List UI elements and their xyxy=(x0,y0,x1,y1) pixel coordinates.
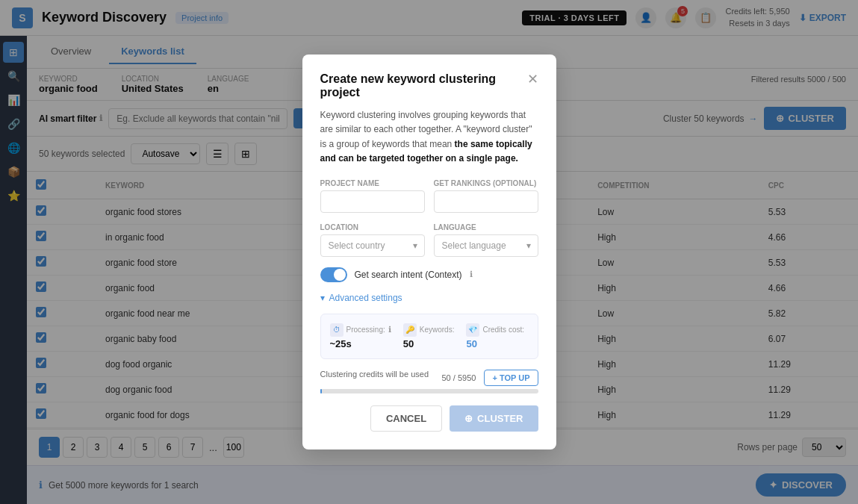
credits-cost-value: 50 xyxy=(466,338,524,349)
credits-bar-track xyxy=(320,389,538,393)
credits-bar-values: 50 / 5950 + TOP UP xyxy=(441,370,538,386)
stat-processing: ⏱ Processing: ℹ ~25s xyxy=(330,323,391,349)
cluster-modal-label: CLUSTER xyxy=(477,413,523,424)
chevron-down-icon: ▾ xyxy=(320,293,325,303)
processing-label: Processing: xyxy=(346,326,385,334)
credits-bar-fill xyxy=(320,389,323,393)
language-select-wrapper: Select language xyxy=(434,234,538,257)
processing-value: ~25s xyxy=(330,338,391,349)
project-name-input[interactable] xyxy=(320,190,425,213)
keywords-label: Keywords: xyxy=(420,326,455,334)
stat-keywords: 🔑 Keywords: 50 xyxy=(403,323,455,349)
advanced-settings-label: Advanced settings xyxy=(329,293,402,303)
credits-used: 50 xyxy=(441,373,450,382)
location-select[interactable]: Select country xyxy=(320,234,425,257)
search-intent-toggle-row: Get search intent (Context) ℹ xyxy=(320,267,538,282)
cluster-modal-button[interactable]: ⊕ CLUSTER xyxy=(450,405,538,432)
credits-bar-label-row: Clustering credits will be used 50 / 595… xyxy=(320,370,538,386)
keywords-icon: 🔑 xyxy=(403,323,417,337)
project-name-group: PROJECT NAME xyxy=(320,179,425,213)
language-group: LANGUAGE Select language xyxy=(434,223,538,257)
get-rankings-label: GET RANKINGS (OPTIONAL) xyxy=(434,179,538,187)
credits-bar-row: Clustering credits will be used 50 / 595… xyxy=(320,370,538,393)
credits-total: 5950 xyxy=(458,373,476,382)
processing-icon: ⏱ xyxy=(330,323,343,337)
search-intent-help-icon: ℹ xyxy=(470,270,473,279)
search-intent-label: Get search intent (Context) xyxy=(355,270,462,280)
modal-header: Create new keyword clustering project ✕ xyxy=(320,72,538,99)
location-group: LOCATION Select country xyxy=(320,223,425,257)
language-label: LANGUAGE xyxy=(434,223,538,231)
credits-cost-label: Credits cost: xyxy=(482,326,524,334)
form-row-names: PROJECT NAME GET RANKINGS (OPTIONAL) xyxy=(320,179,538,213)
keywords-value: 50 xyxy=(403,338,455,349)
stats-row: ⏱ Processing: ℹ ~25s 🔑 Keywords: 50 💎 Cr… xyxy=(320,314,538,359)
modal-close-button[interactable]: ✕ xyxy=(527,72,538,86)
modal-overlay[interactable]: Create new keyword clustering project ✕ … xyxy=(0,0,858,504)
modal-description: Keyword clustering involves grouping key… xyxy=(320,108,538,166)
advanced-settings-toggle[interactable]: ▾ Advanced settings xyxy=(320,293,538,303)
cluster-modal-icon: ⊕ xyxy=(464,413,473,424)
create-clustering-modal: Create new keyword clustering project ✕ … xyxy=(302,55,556,449)
processing-help-icon: ℹ xyxy=(388,325,391,335)
top-up-label: TOP UP xyxy=(500,373,530,382)
location-label: LOCATION xyxy=(320,223,425,231)
toggle-knob xyxy=(334,269,346,281)
top-up-button[interactable]: + TOP UP xyxy=(484,370,538,386)
form-row-location: LOCATION Select country LANGUAGE Select … xyxy=(320,223,538,257)
get-rankings-group: GET RANKINGS (OPTIONAL) xyxy=(434,179,538,213)
stat-credits: 💎 Credits cost: 50 xyxy=(466,323,524,349)
cancel-button[interactable]: CANCEL xyxy=(370,405,442,432)
credits-icon: 💎 xyxy=(466,323,479,337)
project-name-label: PROJECT NAME xyxy=(320,179,425,187)
top-up-icon: + xyxy=(492,373,499,382)
credits-bar-text: Clustering credits will be used xyxy=(320,370,429,386)
modal-footer: CANCEL ⊕ CLUSTER xyxy=(320,405,538,432)
search-intent-toggle[interactable] xyxy=(320,267,347,282)
location-select-wrapper: Select country xyxy=(320,234,425,257)
modal-title: Create new keyword clustering project xyxy=(320,72,527,99)
language-select[interactable]: Select language xyxy=(434,234,538,257)
get-rankings-input[interactable] xyxy=(434,190,538,213)
